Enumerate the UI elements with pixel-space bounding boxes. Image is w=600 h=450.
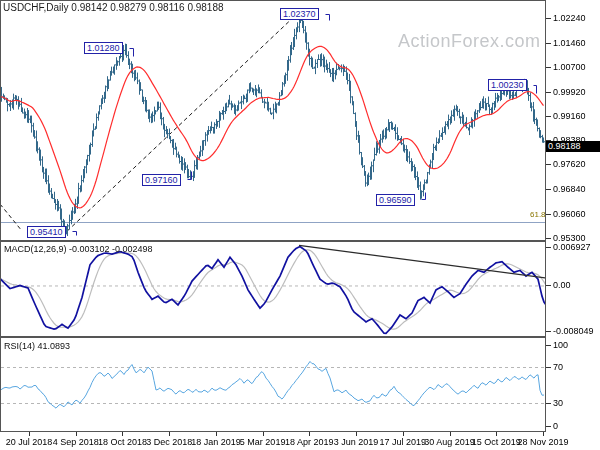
price-level-annotation[interactable]: 1.02370 (280, 8, 319, 20)
symbol-ohlc-header: USDCHF,Daily 0.98142 0.98279 0.98116 0.9… (3, 2, 224, 13)
macd-indicator-label: MACD(12,26,9) -0.003102 -0.002498 (4, 244, 153, 254)
rsi-axis-label: 0 (553, 421, 558, 431)
chart-canvas[interactable] (0, 0, 600, 450)
price-axis-label: 0.99160 (553, 111, 586, 121)
rsi-axis-label: 30 (553, 398, 563, 408)
price-axis-label: 0.97620 (553, 159, 586, 169)
price-level-annotation[interactable]: 0.96590 (376, 194, 415, 206)
price-axis-label: 0.96060 (553, 209, 586, 219)
date-axis-label: 28 Nov 2019 (514, 437, 572, 447)
macd-axis-label: 0.00 (553, 280, 571, 290)
price-axis-label: 0.98380 (553, 135, 586, 145)
price-level-annotation[interactable]: 0.95410 (27, 226, 66, 238)
price-level-annotation[interactable]: 1.00230 (488, 79, 527, 91)
fib-61.8-label: 61.8 (530, 210, 546, 219)
rsi-indicator-label: RSI(14) 41.0893 (4, 341, 70, 351)
price-level-annotation[interactable]: 1.01280 (84, 42, 123, 54)
price-axis-label: 0.99920 (553, 87, 586, 97)
price-axis-label: 1.01460 (553, 38, 586, 48)
price-axis-label: 0.96840 (553, 184, 586, 194)
price-axis-label: 1.02240 (553, 13, 586, 23)
rsi-axis-label: 70 (553, 362, 563, 372)
price-level-annotation[interactable]: 0.97160 (142, 174, 181, 186)
macd-axis-label: 0.006927 (553, 242, 591, 252)
price-axis-label: 1.00700 (553, 62, 586, 72)
trading-chart-window: USDCHF,Daily 0.98142 0.98279 0.98116 0.9… (0, 0, 600, 450)
watermark: ActionForex.com (398, 31, 541, 52)
macd-axis-label: -0.008049 (553, 326, 594, 336)
rsi-axis-label: 100 (553, 340, 568, 350)
